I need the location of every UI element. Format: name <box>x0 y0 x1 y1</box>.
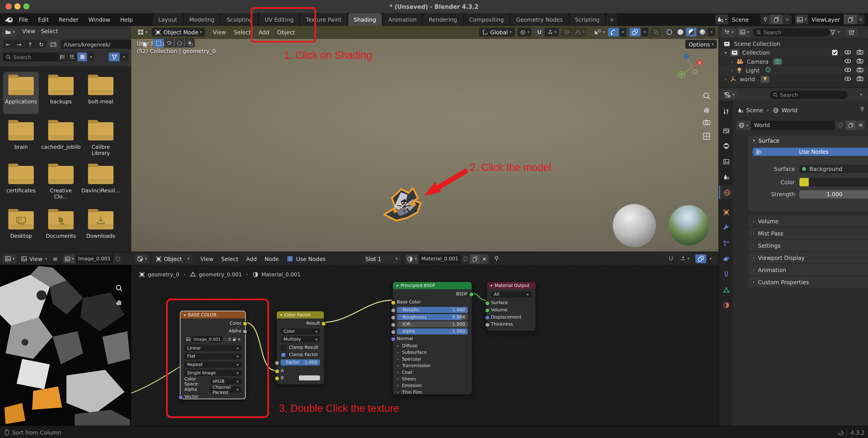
tab-scripting[interactable]: Scripting <box>569 13 605 26</box>
socket-thickness-input[interactable] <box>485 323 490 327</box>
shader-editor-type-button[interactable]: ▾ <box>134 255 149 263</box>
display-size-dropdown[interactable]: ▾ <box>88 53 95 61</box>
section-specular[interactable]: ›Specular <box>397 356 468 362</box>
tab-scene-properties[interactable] <box>719 170 733 183</box>
nav-forward-button[interactable]: → <box>14 40 24 48</box>
panel-animation[interactable]: ›Animation⠿⠿ <box>748 264 868 275</box>
folder-item-documents[interactable]: Documents <box>43 206 79 248</box>
strength-value-field[interactable]: 1.000 <box>799 190 868 198</box>
panel-custom-properties[interactable]: ›Custom Properties⠿⠿ <box>748 276 868 288</box>
tab-output-properties[interactable] <box>719 139 733 153</box>
hide-eye-toggle[interactable] <box>844 59 851 64</box>
unlink-world-button[interactable]: ✕ <box>857 121 865 130</box>
hide-eye-toggle[interactable] <box>844 76 851 81</box>
panel-viewport-display[interactable]: ›Viewport Display⠿⠿ <box>748 252 868 263</box>
menu-window[interactable]: Window <box>88 16 110 23</box>
nav-back-button[interactable]: ← <box>3 40 13 48</box>
transform-orientation-dropdown[interactable]: Global▾ <box>478 28 515 36</box>
tweak-tool-button[interactable] <box>140 39 151 50</box>
zoom-window-button[interactable] <box>23 3 29 9</box>
scene-selector[interactable]: ▾ Scene ✕ <box>715 14 792 24</box>
socket-b-input[interactable] <box>275 376 280 381</box>
tab-object-properties[interactable] <box>719 206 733 219</box>
file-browser-menu-select[interactable]: Select <box>41 28 58 34</box>
file-browser-editor-type-button[interactable]: ▾ <box>3 28 17 36</box>
tab-shading[interactable]: Shading <box>348 13 381 26</box>
world-name-field[interactable]: World <box>751 121 835 130</box>
socket-metallic-input[interactable] <box>391 308 396 313</box>
viewport-menu-select[interactable]: Select <box>234 29 251 35</box>
material-slot-dropdown[interactable]: Slot 1▾ <box>362 255 401 263</box>
snap-toggle[interactable] <box>534 28 544 36</box>
material-browse-dropdown[interactable]: ▾ <box>405 254 418 264</box>
tab-view-layer-properties[interactable] <box>719 155 733 168</box>
tab-geometry-nodes[interactable]: Geometry Nodes <box>510 13 568 26</box>
blender-logo-icon[interactable] <box>4 16 13 23</box>
new-material-button[interactable] <box>470 254 480 264</box>
outliner-display-mode-dropdown[interactable]: ▾ <box>722 28 736 36</box>
alpha-slider[interactable]: Alpha 1.000 <box>397 329 468 335</box>
viewport-3d[interactable]: User Perspective (52) Collection | geome… <box>131 26 718 251</box>
render-visibility-toggle[interactable] <box>857 58 864 63</box>
surface-panel-header[interactable]: ▾ Surface ⠿⠿ <box>748 136 868 145</box>
properties-editor-type-button[interactable]: ▾ <box>722 90 737 99</box>
outliner-search-input[interactable]: Search <box>753 28 830 36</box>
menu-edit[interactable]: Edit <box>38 16 49 23</box>
socket-normal-input[interactable] <box>391 337 396 342</box>
clamp-factor-checkbox[interactable]: ✓Clamp Factor <box>281 352 320 358</box>
select-mode-dropdown[interactable] <box>185 39 195 47</box>
outliner-item-light[interactable]: › Light <box>719 66 868 74</box>
socket-bsdf-output[interactable] <box>469 292 474 297</box>
display-list-horizontal-button[interactable] <box>68 53 77 61</box>
xray-toggle[interactable] <box>651 28 661 36</box>
socket-ior-input[interactable] <box>391 323 396 327</box>
socket-surface-input[interactable] <box>485 301 490 306</box>
add-workspace-button[interactable]: + <box>606 13 618 26</box>
pin-material-icon[interactable] <box>493 255 500 262</box>
create-folder-button[interactable] <box>48 40 59 48</box>
socket-result-output[interactable] <box>321 321 326 326</box>
folder-item-applications[interactable]: Applications <box>3 72 39 114</box>
socket-volume-input[interactable] <box>485 308 490 313</box>
blend-mode-dropdown[interactable]: Multiply▾ <box>281 336 320 342</box>
folder-item-davinci-resolve[interactable]: DavinciResol… <box>83 161 119 203</box>
file-search-input[interactable]: Search <box>3 53 61 61</box>
tab-compositing[interactable]: Compositing <box>464 13 509 26</box>
properties-options-dropdown[interactable]: ▾ <box>860 92 862 97</box>
image-browse-dropdown[interactable]: ▾ <box>63 255 75 263</box>
node-principled-bsdf[interactable]: ▾Principled BSDF BSDF Base Color Metalli… <box>393 281 472 395</box>
nav-refresh-button[interactable]: ↻ <box>36 40 46 48</box>
shader-type-dropdown[interactable]: Object▾ <box>152 255 192 263</box>
tab-layout[interactable]: Layout <box>153 13 183 26</box>
proportional-editing-toggle[interactable] <box>562 28 572 36</box>
section-transmission[interactable]: ›Transmission <box>397 363 468 369</box>
breadcrumb-world[interactable]: World <box>781 107 797 113</box>
image-zoom-icon[interactable] <box>115 284 123 292</box>
tab-world-properties[interactable] <box>719 186 734 199</box>
folder-item-creative-cloud[interactable]: Creative Clo… <box>43 161 79 203</box>
new-world-button[interactable] <box>846 121 856 130</box>
tab-rendering[interactable]: Rendering <box>423 13 463 26</box>
surface-type-value[interactable]: Background <box>799 165 868 173</box>
image-pan-hand-icon[interactable] <box>115 298 123 306</box>
folder-item-calibre-library[interactable]: Calibre Library <box>83 117 119 159</box>
section-coat[interactable]: ›Coat <box>397 369 468 375</box>
clamp-result-checkbox[interactable]: Clamp Result <box>281 344 320 350</box>
select-circle-tool-button[interactable] <box>174 39 184 47</box>
render-visibility-toggle[interactable] <box>857 76 864 81</box>
tab-constraint-properties[interactable] <box>719 268 733 281</box>
shader-overlays-dropdown[interactable]: ▾ <box>695 255 714 263</box>
new-viewlayer-button[interactable] <box>844 14 857 24</box>
panel-settings[interactable]: ›Settings⠿⠿ <box>748 240 868 251</box>
tab-modifier-properties[interactable] <box>719 221 733 235</box>
shading-solid-button[interactable] <box>675 28 685 36</box>
outliner-filter-dropdown[interactable]: ▾ <box>828 28 842 36</box>
section-emission[interactable]: ›Emission <box>397 383 468 389</box>
shader-snap-toggle[interactable] <box>668 255 674 262</box>
menu-file[interactable]: File <box>19 16 28 23</box>
outliner-item-camera[interactable]: › Camera <box>719 57 868 66</box>
section-diffuse[interactable]: ›Diffuse <box>397 343 468 349</box>
new-collection-button[interactable] <box>845 28 858 36</box>
tab-material-properties[interactable] <box>719 299 733 312</box>
image-editor-canvas[interactable] <box>0 265 132 426</box>
